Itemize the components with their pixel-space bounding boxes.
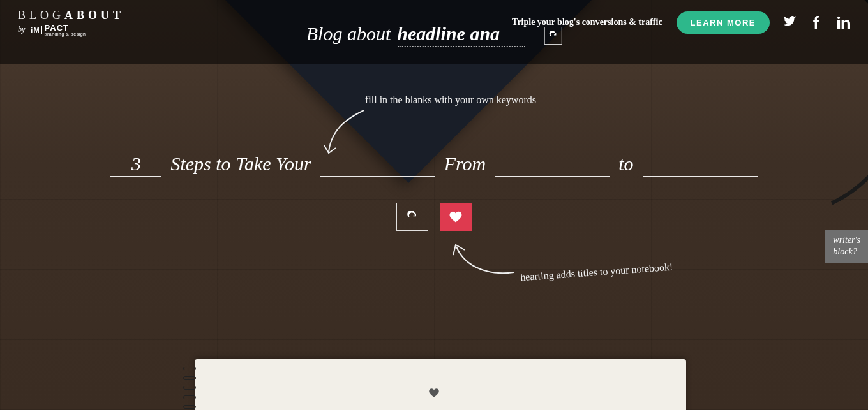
headline-blank3-input[interactable] xyxy=(643,153,758,177)
headline-template-row: Steps to Take Your From to xyxy=(0,153,868,177)
logo-text: BLOGABOUT xyxy=(18,9,124,22)
hint-fill-blanks: fill in the blanks with your own keyword… xyxy=(365,94,536,106)
notebook[interactable] xyxy=(182,359,686,410)
hero-line: Blog about xyxy=(306,23,562,47)
heart-icon xyxy=(449,210,463,224)
writers-block-line1: writer's xyxy=(833,235,860,246)
heart-button[interactable] xyxy=(440,203,472,231)
writers-block-line2: block? xyxy=(833,246,860,258)
headline-part3: to xyxy=(618,153,633,175)
notebook-page xyxy=(195,359,686,410)
topic-input[interactable] xyxy=(397,23,525,47)
hero-prefix: Blog about xyxy=(306,23,391,45)
arrow-bottom xyxy=(447,237,517,284)
learn-more-button[interactable]: LEARN MORE xyxy=(677,11,770,34)
refresh-icon xyxy=(407,211,418,223)
impact-tagline: branding & design xyxy=(45,32,86,36)
writers-block-tab[interactable]: writer's block? xyxy=(825,230,868,263)
headline-part1: Steps to Take Your xyxy=(170,153,311,175)
action-row xyxy=(396,203,472,231)
notebook-heart-icon xyxy=(428,387,440,401)
headline-number-input[interactable] xyxy=(110,153,161,177)
twitter-icon[interactable] xyxy=(784,16,797,29)
headline-part2: From xyxy=(444,153,486,175)
notebook-rings xyxy=(183,364,200,410)
impact-logo: iM PACT branding & design xyxy=(29,24,86,36)
by-label: by xyxy=(18,25,25,34)
impact-brand: PACT xyxy=(45,24,86,32)
headline-blank2-input[interactable] xyxy=(495,153,610,177)
refresh-icon xyxy=(548,31,557,40)
logo-part2: ABOUT xyxy=(64,9,124,22)
logo[interactable]: BLOGABOUT by iM PACT branding & design xyxy=(18,9,124,36)
impact-credit: by iM PACT branding & design xyxy=(18,24,86,36)
header-right: Triple your blog's conversions & traffic… xyxy=(512,11,850,34)
regenerate-button[interactable] xyxy=(396,203,428,231)
logo-part1: BLOG xyxy=(18,9,64,22)
facebook-icon[interactable] xyxy=(811,16,823,29)
topic-refresh-button[interactable] xyxy=(544,27,562,45)
linkedin-icon[interactable] xyxy=(837,16,850,29)
arrow-top xyxy=(319,107,377,161)
impact-m-icon: iM xyxy=(29,26,41,34)
